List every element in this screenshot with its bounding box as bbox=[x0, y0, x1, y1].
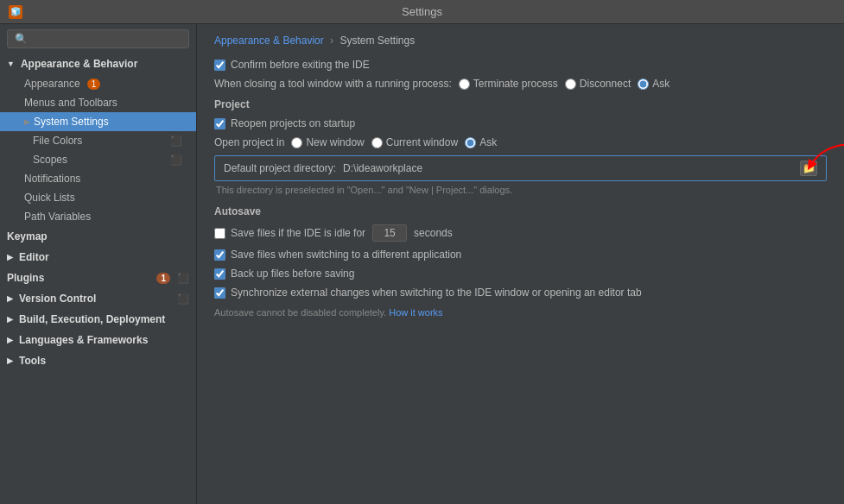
open-project-label: Open project in bbox=[214, 136, 284, 148]
default-dir-input[interactable] bbox=[343, 162, 793, 174]
open-project-row: Open project in New window Current windo… bbox=[214, 136, 827, 148]
reopen-projects-checkbox[interactable] bbox=[214, 118, 225, 129]
current-window-radio-label[interactable]: Current window bbox=[371, 136, 458, 148]
sidebar-item-languages-frameworks[interactable]: ▶ Languages & Frameworks bbox=[0, 330, 196, 350]
sidebar-item-plugins[interactable]: Plugins 1 ⬛ bbox=[0, 268, 196, 288]
sidebar-item-tools[interactable]: ▶ Tools bbox=[0, 350, 196, 371]
breadcrumb-part1[interactable]: Appearance & Behavior bbox=[214, 35, 324, 47]
breadcrumb-sep: › bbox=[330, 35, 333, 47]
autosave-note: Autosave cannot be disabled completely. … bbox=[214, 307, 827, 318]
sidebar-item-appearance-behavior[interactable]: ▼ Appearance & Behavior bbox=[0, 54, 196, 74]
sidebar-item-keymap[interactable]: Keymap bbox=[0, 226, 196, 247]
save-idle-row: Save files if the IDE is idle for second… bbox=[214, 224, 827, 242]
confirm-exit-row: Confirm before exiting the IDE bbox=[214, 59, 827, 71]
backup-label[interactable]: Back up files before saving bbox=[214, 268, 354, 280]
sidebar-label: Appearance bbox=[24, 78, 80, 90]
ask-window-radio[interactable] bbox=[638, 79, 649, 90]
expand-icon: ▶ bbox=[7, 294, 13, 303]
annotation: 2.指定自己设置的工作空间 bbox=[806, 140, 844, 174]
file-colors-icon: ⬛ bbox=[170, 135, 182, 147]
backup-checkbox[interactable] bbox=[214, 268, 225, 280]
sidebar-label: Languages & Frameworks bbox=[19, 334, 148, 346]
sidebar-label: Plugins bbox=[7, 272, 44, 284]
save-idle-label[interactable]: Save files if the IDE is idle for bbox=[214, 227, 365, 239]
sidebar-item-build-execution[interactable]: ▶ Build, Execution, Deployment bbox=[0, 309, 196, 330]
sidebar-item-menus-toolbars[interactable]: Menus and Toolbars bbox=[0, 93, 196, 112]
sidebar-item-editor[interactable]: ▶ Editor bbox=[0, 247, 196, 268]
ask-window-radio-label[interactable]: Ask bbox=[638, 78, 669, 90]
sidebar-item-version-control[interactable]: ▶ Version Control ⬛ bbox=[0, 288, 196, 309]
expand-icon: ▶ bbox=[7, 315, 13, 324]
sync-checkbox[interactable] bbox=[214, 287, 225, 299]
save-switch-label[interactable]: Save files when switching to a different… bbox=[214, 249, 461, 261]
reopen-projects-row: Reopen projects on startup bbox=[214, 117, 827, 129]
save-switch-row: Save files when switching to a different… bbox=[214, 249, 827, 261]
expand-icon: ▶ bbox=[24, 117, 30, 126]
save-switch-checkbox[interactable] bbox=[214, 249, 225, 261]
sidebar-label: System Settings bbox=[34, 116, 109, 128]
sidebar-label: Quick Lists bbox=[24, 192, 75, 204]
plugins-icon: ⬛ bbox=[177, 273, 189, 284]
scopes-icon: ⬛ bbox=[170, 154, 182, 166]
ask-window-label: Ask bbox=[652, 78, 669, 90]
autosave-section: Autosave Save files if the IDE is idle f… bbox=[214, 205, 827, 318]
search-box[interactable]: 🔍 bbox=[7, 29, 189, 48]
breadcrumb-part2: System Settings bbox=[340, 35, 415, 47]
confirm-exit-label: Confirm before exiting the IDE bbox=[231, 59, 370, 71]
sidebar-item-notifications[interactable]: Notifications bbox=[0, 169, 196, 188]
sidebar-item-file-colors[interactable]: File Colors ⬛ bbox=[0, 131, 196, 150]
sidebar-label: File Colors bbox=[33, 135, 82, 147]
autosave-title: Autosave bbox=[214, 205, 827, 217]
closing-tool-row: When closing a tool window with a runnin… bbox=[214, 78, 827, 90]
closing-tool-label: When closing a tool window with a runnin… bbox=[214, 78, 452, 90]
ask-radio-label[interactable]: Ask bbox=[465, 136, 497, 148]
sidebar-label: Menus and Toolbars bbox=[24, 97, 117, 109]
save-idle-suffix: seconds bbox=[414, 227, 453, 239]
ask-radio[interactable] bbox=[465, 137, 476, 148]
sidebar-badge: 1 bbox=[87, 79, 101, 90]
title-bar: 🧊 Settings bbox=[0, 0, 844, 24]
expand-icon: ▶ bbox=[7, 336, 13, 344]
disconnect-radio[interactable] bbox=[565, 79, 576, 90]
search-input[interactable] bbox=[32, 33, 181, 45]
new-window-radio[interactable] bbox=[291, 137, 302, 148]
app-icon: 🧊 bbox=[9, 5, 22, 19]
autosave-note-text: Autosave cannot be disabled completely. bbox=[214, 307, 386, 318]
disconnect-label: Disconnect bbox=[580, 78, 631, 90]
terminate-radio-label[interactable]: Terminate process bbox=[459, 78, 558, 90]
sidebar-item-scopes[interactable]: Scopes ⬛ bbox=[0, 150, 196, 169]
plugins-badge: 1 bbox=[156, 273, 170, 284]
current-window-radio[interactable] bbox=[371, 137, 383, 148]
backup-row: Back up files before saving bbox=[214, 268, 827, 280]
disconnect-radio-label[interactable]: Disconnect bbox=[565, 78, 631, 90]
sidebar-label: Editor bbox=[19, 251, 49, 263]
sidebar-label: Appearance & Behavior bbox=[21, 58, 137, 70]
backup-text: Back up files before saving bbox=[231, 268, 354, 280]
sidebar-label: Keymap bbox=[7, 230, 48, 243]
new-window-radio-label[interactable]: New window bbox=[291, 136, 364, 148]
search-icon: 🔍 bbox=[15, 33, 28, 45]
sync-label[interactable]: Synchronize external changes when switch… bbox=[214, 287, 642, 299]
save-idle-text: Save files if the IDE is idle for bbox=[231, 227, 365, 239]
sidebar-item-system-settings[interactable]: ▶ System Settings bbox=[0, 112, 196, 131]
default-dir-box: Default project directory: 📁 bbox=[214, 155, 827, 181]
sidebar-label: Path Variables bbox=[24, 211, 91, 223]
save-idle-checkbox[interactable] bbox=[214, 228, 225, 239]
confirm-exit-checkbox[interactable] bbox=[214, 60, 225, 71]
reopen-projects-label[interactable]: Reopen projects on startup bbox=[214, 117, 355, 129]
sidebar-label: Scopes bbox=[33, 154, 67, 166]
save-switch-text: Save files when switching to a different… bbox=[231, 249, 461, 261]
sidebar-label: Build, Execution, Deployment bbox=[19, 313, 165, 325]
sidebar-item-quick-lists[interactable]: Quick Lists bbox=[0, 188, 196, 207]
settings-content: Appearance & Behavior › System Settings … bbox=[197, 24, 844, 504]
sidebar-item-appearance[interactable]: Appearance 1 bbox=[0, 74, 196, 93]
expand-icon: ▶ bbox=[7, 253, 13, 261]
save-idle-seconds-input[interactable] bbox=[372, 224, 407, 242]
terminate-radio[interactable] bbox=[459, 79, 470, 90]
how-it-works-link[interactable]: How it works bbox=[389, 307, 442, 318]
default-dir-label: Default project directory: bbox=[224, 162, 336, 174]
sidebar-item-path-variables[interactable]: Path Variables bbox=[0, 207, 196, 226]
confirm-exit-checkbox-label[interactable]: Confirm before exiting the IDE bbox=[214, 59, 370, 71]
terminate-label: Terminate process bbox=[473, 78, 558, 90]
expand-icon: ▶ bbox=[7, 356, 13, 365]
